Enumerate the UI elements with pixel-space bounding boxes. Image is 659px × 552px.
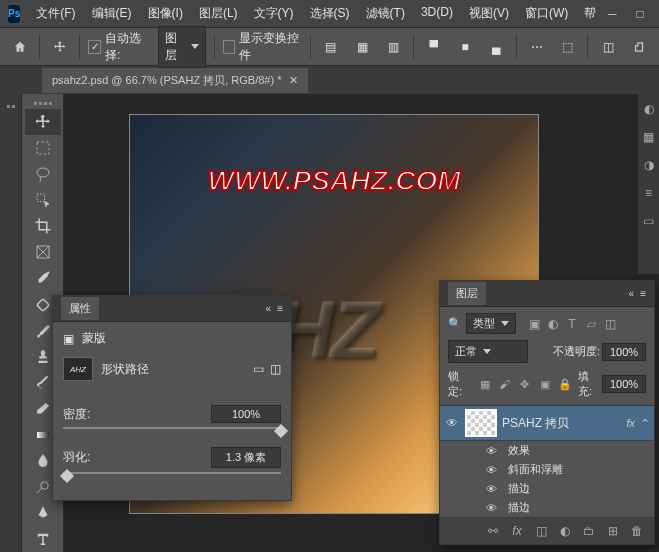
align-middle-icon[interactable]: ■ xyxy=(453,34,476,60)
layer-item[interactable]: 👁 PSAHZ 拷贝 fx ⌃ xyxy=(440,406,654,441)
filter-kind-dropdown[interactable]: 类型 xyxy=(466,313,516,334)
new-layer-icon[interactable]: ⊞ xyxy=(604,522,622,540)
menu-select[interactable]: 选择(S) xyxy=(304,2,356,25)
menu-layer[interactable]: 图层(L) xyxy=(193,2,244,25)
minimize-button[interactable]: ─ xyxy=(602,4,622,24)
libraries-panel-icon[interactable]: ▭ xyxy=(640,212,658,230)
lock-pixels-icon[interactable]: 🖌 xyxy=(497,377,513,391)
svg-point-6 xyxy=(40,482,48,490)
watermark-text: WWW.PSAHZ.COM xyxy=(130,165,538,197)
pen-tool[interactable] xyxy=(25,500,61,526)
maximize-button[interactable]: □ xyxy=(630,4,650,24)
auto-select-target[interactable]: 图层 xyxy=(158,26,206,68)
show-transform-checkbox[interactable] xyxy=(223,40,236,54)
eyedropper-tool[interactable] xyxy=(25,265,61,291)
fx-collapse-icon[interactable]: ⌃ xyxy=(639,417,648,430)
filter-adjust-icon[interactable]: ◐ xyxy=(545,316,561,332)
menu-edit[interactable]: 编辑(E) xyxy=(86,2,138,25)
layer-thumbnail[interactable] xyxy=(466,410,496,436)
effect-bevel[interactable]: 👁 斜面和浮雕 xyxy=(440,460,654,479)
layer-mask-icon[interactable]: ◫ xyxy=(532,522,550,540)
align-top-icon[interactable]: ▀ xyxy=(422,34,445,60)
density-value[interactable]: 100% xyxy=(211,405,281,423)
delete-layer-icon[interactable]: 🗑 xyxy=(628,522,646,540)
fx-badge[interactable]: fx xyxy=(626,417,635,429)
group-icon[interactable]: 🗀 xyxy=(580,522,598,540)
align-center-h-icon[interactable]: ▦ xyxy=(351,34,374,60)
link-layers-icon[interactable]: ⚯ xyxy=(484,522,502,540)
frame-tool[interactable] xyxy=(25,239,61,265)
options-bar: 自动选择: 图层 显示变换控件 ▤ ▦ ▥ ▀ ■ ▄ ⋯ ⬚ ◫ xyxy=(0,28,659,66)
properties-tab[interactable]: 属性 xyxy=(61,297,99,320)
lasso-tool[interactable] xyxy=(25,161,61,187)
auto-select-checkbox[interactable] xyxy=(88,40,101,54)
type-tool[interactable] xyxy=(25,526,61,552)
marquee-tool[interactable] xyxy=(25,135,61,161)
adjustments-panel-icon[interactable]: ◑ xyxy=(640,156,658,174)
distribute-icon[interactable]: ⋯ xyxy=(525,34,548,60)
visibility-eye-icon[interactable]: 👁 xyxy=(486,464,500,476)
menu-type[interactable]: 文字(Y) xyxy=(248,2,300,25)
layer-style-icon[interactable]: fx xyxy=(508,522,526,540)
add-mask-icon[interactable]: ▭ xyxy=(253,362,264,376)
show-transform-option[interactable]: 显示变换控件 xyxy=(223,30,303,64)
move-tool-icon[interactable] xyxy=(48,34,71,60)
lock-position-icon[interactable]: ✥ xyxy=(517,377,533,391)
effect-stroke-2[interactable]: 👁 描边 xyxy=(440,498,654,517)
visibility-eye-icon[interactable]: 👁 xyxy=(486,445,500,457)
panel-collapse-icon[interactable]: « xyxy=(629,288,635,299)
3d-mode-icon[interactable]: ◫ xyxy=(596,34,619,60)
filter-smart-icon[interactable]: ◫ xyxy=(602,316,618,332)
swatches-panel-icon[interactable]: ▦ xyxy=(640,128,658,146)
lock-artboard-icon[interactable]: ▣ xyxy=(537,377,553,391)
document-tab[interactable]: psahz2.psd @ 66.7% (PSAHZ 拷贝, RGB/8#) * … xyxy=(42,68,308,93)
filter-pixel-icon[interactable]: ▣ xyxy=(526,316,542,332)
lock-transparency-icon[interactable]: ▦ xyxy=(477,377,493,391)
history-panel-icon[interactable]: ≡ xyxy=(640,184,658,202)
menu-3d[interactable]: 3D(D) xyxy=(415,2,459,25)
panel-menu-icon[interactable]: ≡ xyxy=(640,288,646,299)
filter-type-icon[interactable]: T xyxy=(564,316,580,332)
move-tool[interactable] xyxy=(25,109,61,135)
crop-tool[interactable] xyxy=(25,213,61,239)
svg-point-1 xyxy=(37,168,49,177)
visibility-eye-icon[interactable]: 👁 xyxy=(446,416,460,430)
layers-tab[interactable]: 图层 xyxy=(448,282,486,305)
menu-image[interactable]: 图像(I) xyxy=(142,2,189,25)
panel-menu-icon[interactable]: ≡ xyxy=(277,303,283,314)
menu-filter[interactable]: 滤镜(T) xyxy=(360,2,411,25)
menu-window[interactable]: 窗口(W) xyxy=(519,2,574,25)
align-right-icon[interactable]: ▥ xyxy=(382,34,405,60)
layer-name[interactable]: PSAHZ 拷贝 xyxy=(502,415,569,432)
fill-value[interactable]: 100% xyxy=(602,375,646,393)
blend-mode-dropdown[interactable]: 正常 xyxy=(448,340,528,363)
adjustment-layer-icon[interactable]: ◐ xyxy=(556,522,574,540)
more-options-icon[interactable]: ⬚ xyxy=(556,34,579,60)
auto-select-option[interactable]: 自动选择: xyxy=(88,30,150,64)
filter-shape-icon[interactable]: ▱ xyxy=(583,316,599,332)
menu-view[interactable]: 视图(V) xyxy=(463,2,515,25)
effects-label: 效果 xyxy=(508,443,530,458)
close-tab-icon[interactable]: ✕ xyxy=(289,74,298,87)
quick-select-tool[interactable] xyxy=(25,187,61,213)
menu-help[interactable]: 帮 xyxy=(578,2,602,25)
menu-file[interactable]: 文件(F) xyxy=(30,2,81,25)
home-icon[interactable] xyxy=(8,34,31,60)
share-icon[interactable] xyxy=(628,34,651,60)
visibility-eye-icon[interactable]: 👁 xyxy=(486,502,500,514)
feather-value[interactable]: 1.3 像素 xyxy=(211,447,281,468)
lock-all-icon[interactable]: 🔒 xyxy=(557,377,573,391)
effects-item[interactable]: 👁 效果 xyxy=(440,441,654,460)
feather-slider[interactable] xyxy=(63,472,281,474)
color-panel-icon[interactable]: ◐ xyxy=(640,100,658,118)
search-icon[interactable]: 🔍 xyxy=(448,317,462,330)
align-left-icon[interactable]: ▤ xyxy=(319,34,342,60)
align-bottom-icon[interactable]: ▄ xyxy=(485,34,508,60)
effect-stroke[interactable]: 👁 描边 xyxy=(440,479,654,498)
opacity-value[interactable]: 100% xyxy=(602,343,646,361)
properties-panel: 属性 « ≡ ▣ 蒙版 AHZ 形状路径 ▭ ◫ 密度: 100% 羽化: 1.… xyxy=(52,295,292,501)
density-slider[interactable] xyxy=(63,427,281,429)
panel-collapse-icon[interactable]: « xyxy=(266,303,272,314)
visibility-eye-icon[interactable]: 👁 xyxy=(486,483,500,495)
subtract-mask-icon[interactable]: ◫ xyxy=(270,362,281,376)
